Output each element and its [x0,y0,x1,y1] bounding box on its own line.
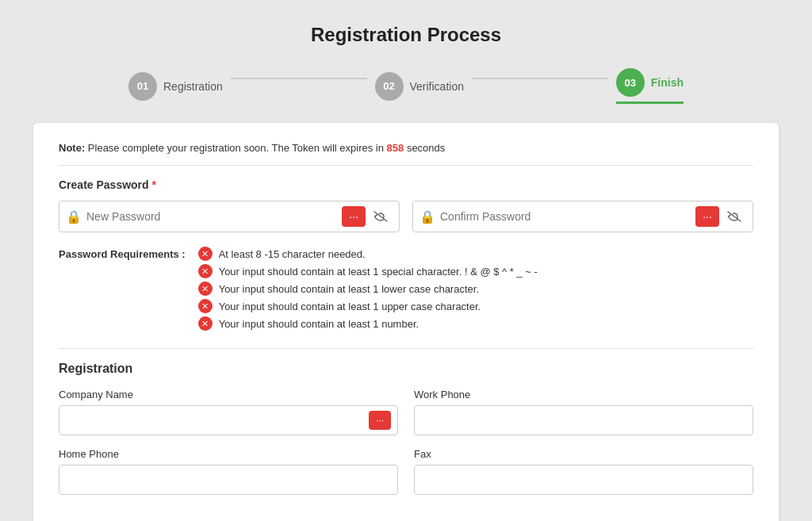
work-phone-group: Work Phone [414,389,753,435]
step-verification: 02 Verification [375,72,464,101]
req-text-2: Your input should contain at least 1 low… [219,283,479,295]
req-text-1: Your input should contain at least 1 spe… [219,266,538,278]
main-card: Note: Please complete your registration … [33,123,779,521]
step-connector-1 [231,78,367,79]
home-phone-wrapper [59,465,398,495]
page-title: Registration Process [311,24,501,46]
req-text-0: At least 8 -15 character needed. [219,248,366,260]
note-text: Please complete your registration soon. … [88,142,387,154]
form-row-2: Home Phone Fax [59,448,753,495]
registration-section-title: Registration [59,348,753,376]
stepper: 01 Registration 02 Verification 03 Finis… [128,68,684,104]
new-password-dots-btn[interactable]: ··· [342,206,366,227]
company-name-wrapper: ··· [59,405,398,435]
confirm-password-field: 🔒 ··· [412,201,753,232]
confirm-password-eye-btn[interactable] [722,206,746,227]
create-password-label: Create Password * [59,178,753,191]
new-password-field: 🔒 ··· [59,201,400,232]
req-text-3: Your input should contain at least 1 upp… [219,301,481,312]
requirements-section: Password Requirements : ✕ At least 8 -15… [59,247,753,331]
step-circle-1: 01 [128,72,157,101]
req-icon-0: ✕ [198,247,213,261]
lock-icon-new: 🔒 [66,209,82,224]
req-label: Password Requirements : [59,247,186,260]
new-password-input[interactable] [86,210,339,223]
confirm-password-dots-btn[interactable]: ··· [695,206,719,227]
req-icon-1: ✕ [198,264,213,278]
fax-label: Fax [414,448,753,460]
step-label-3: Finish [651,76,684,89]
req-item: ✕ Your input should contain at least 1 u… [198,299,538,313]
lock-icon-confirm: 🔒 [419,209,435,224]
home-phone-input[interactable] [66,474,391,486]
note-label: Note: [59,142,85,154]
work-phone-wrapper [414,405,753,435]
note-bar: Note: Please complete your registration … [59,142,753,166]
home-phone-label: Home Phone [59,448,398,460]
req-icon-4: ✕ [198,316,213,331]
company-name-label: Company Name [59,389,398,400]
step-circle-2: 02 [375,72,404,101]
req-item: ✕ At least 8 -15 character needed. [198,247,538,261]
required-marker: * [152,178,156,191]
req-text-4: Your input should contain at least 1 num… [219,318,419,330]
new-password-eye-btn[interactable] [369,206,393,227]
work-phone-label: Work Phone [414,389,753,400]
req-list: ✕ At least 8 -15 character needed. ✕ You… [198,247,538,331]
step-circle-3: 03 [616,68,645,97]
step-registration: 01 Registration [128,72,223,101]
req-icon-3: ✕ [198,299,213,313]
req-item: ✕ Your input should contain at least 1 n… [198,316,538,331]
fax-group: Fax [414,448,753,495]
form-row-1: Company Name ··· Work Phone [59,389,753,435]
password-row: 🔒 ··· 🔒 ··· [59,201,753,232]
company-name-group: Company Name ··· [59,389,398,435]
company-name-input[interactable] [66,415,369,427]
step-finish: 03 Finish [616,68,684,104]
fax-wrapper [414,465,753,495]
req-item: ✕ Your input should contain at least 1 s… [198,264,538,278]
confirm-password-input[interactable] [440,210,692,223]
step-connector-2 [472,78,608,79]
note-suffix: seconds [407,142,445,154]
company-name-dots-btn[interactable]: ··· [369,411,391,430]
fax-input[interactable] [421,474,746,486]
req-icon-2: ✕ [198,282,213,296]
step-label-2: Verification [410,80,464,93]
step-active-underline [616,102,684,104]
countdown-value: 858 [387,142,404,154]
home-phone-group: Home Phone [59,448,398,495]
work-phone-input[interactable] [421,415,746,427]
step-label-1: Registration [163,80,223,93]
req-item: ✕ Your input should contain at least 1 l… [198,282,538,296]
